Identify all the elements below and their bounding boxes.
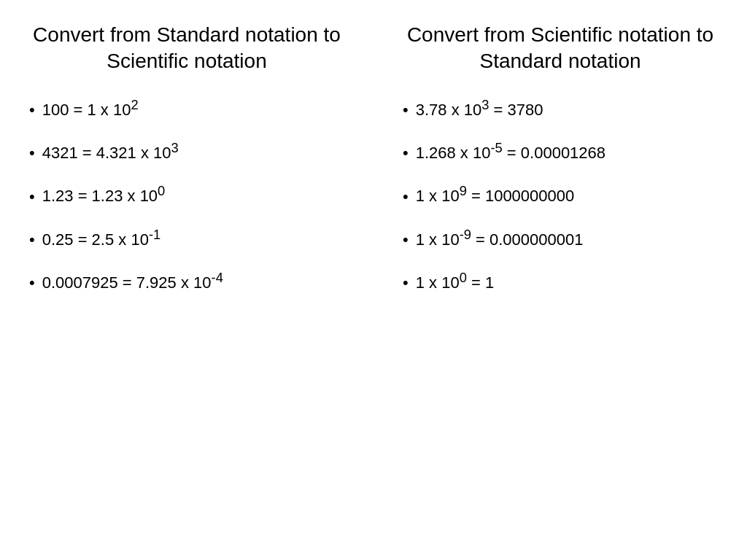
right-column-title: Convert from Scientific notation to Stan… xyxy=(403,22,718,75)
exponent: 3 xyxy=(481,97,489,112)
item-text: 1 x 100 = 1 xyxy=(416,270,494,292)
left-column-title: Convert from Standard notation to Scient… xyxy=(29,22,344,75)
exponent: 0 xyxy=(158,183,165,198)
bullet-icon: • xyxy=(403,187,409,206)
list-item: •1.23 = 1.23 x 100 xyxy=(29,183,344,206)
item-text: 1 x 109 = 1000000000 xyxy=(416,183,575,206)
right-items-list: •3.78 x 103 = 3780•1.268 x 10-5 = 0.0000… xyxy=(403,97,718,314)
bullet-icon: • xyxy=(403,273,409,292)
right-column: Convert from Scientific notation to Stan… xyxy=(374,0,747,560)
exponent: -4 xyxy=(212,270,223,285)
item-text: 1.23 = 1.23 x 100 xyxy=(42,183,166,206)
left-column: Convert from Standard notation to Scient… xyxy=(0,0,374,560)
exponent: 3 xyxy=(171,140,178,155)
list-item: •1 x 10-9 = 0.000000001 xyxy=(403,227,718,249)
item-text: 1.268 x 10-5 = 0.00001268 xyxy=(416,140,605,163)
exponent: 0 xyxy=(460,270,467,285)
item-text: 4321 = 4.321 x 103 xyxy=(42,140,179,163)
bullet-icon: • xyxy=(29,144,35,163)
bullet-icon: • xyxy=(403,144,409,163)
list-item: •0.25 = 2.5 x 10-1 xyxy=(29,227,344,249)
bullet-icon: • xyxy=(403,230,409,249)
item-text: 0.0007925 = 7.925 x 10-4 xyxy=(42,270,223,292)
list-item: •0.0007925 = 7.925 x 10-4 xyxy=(29,270,344,292)
list-item: •1.268 x 10-5 = 0.00001268 xyxy=(403,140,718,163)
left-items-list: •100 = 1 x 102•4321 = 4.321 x 103•1.23 =… xyxy=(29,97,344,314)
exponent: -1 xyxy=(149,227,160,242)
exponent: -9 xyxy=(460,227,471,242)
exponent: 9 xyxy=(460,183,467,198)
bullet-icon: • xyxy=(29,230,35,249)
bullet-icon: • xyxy=(29,187,35,206)
item-text: 0.25 = 2.5 x 10-1 xyxy=(42,227,160,249)
bullet-icon: • xyxy=(29,273,35,292)
item-text: 1 x 10-9 = 0.000000001 xyxy=(416,227,584,249)
list-item: •3.78 x 103 = 3780 xyxy=(403,97,718,120)
bullet-icon: • xyxy=(403,101,409,120)
list-item: •100 = 1 x 102 xyxy=(29,97,344,120)
list-item: •1 x 109 = 1000000000 xyxy=(403,183,718,206)
item-text: 3.78 x 103 = 3780 xyxy=(416,97,543,120)
exponent: 2 xyxy=(131,97,138,112)
exponent: -5 xyxy=(490,140,502,155)
bullet-icon: • xyxy=(29,101,35,120)
list-item: •1 x 100 = 1 xyxy=(403,270,718,292)
item-text: 100 = 1 x 102 xyxy=(42,97,139,120)
list-item: •4321 = 4.321 x 103 xyxy=(29,140,344,163)
